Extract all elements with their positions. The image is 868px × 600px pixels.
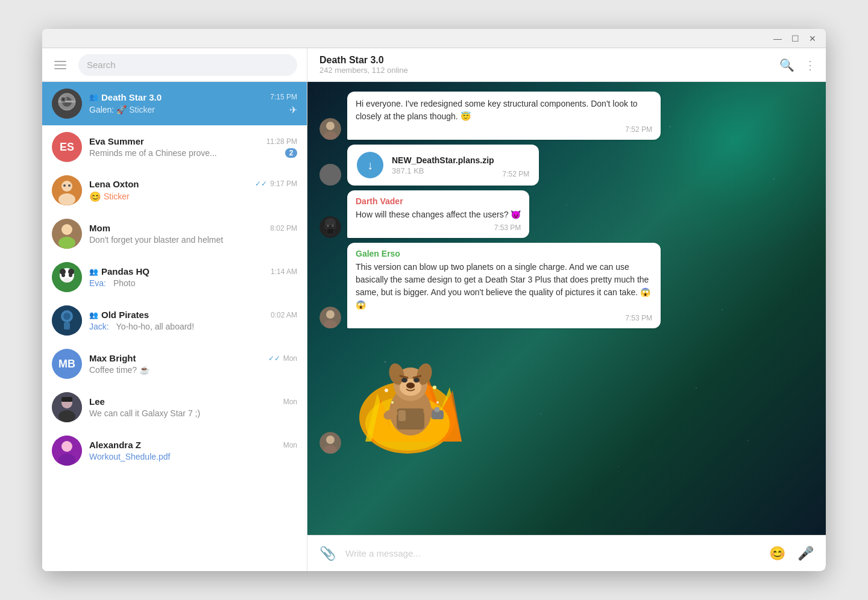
read-check-max: ✓✓: [268, 354, 280, 363]
svg-rect-37: [325, 225, 336, 228]
sender-name-galen: Galen Erso: [356, 249, 652, 258]
chat-info-max: Max Bright ✓✓ Mon Coffee time? ☕: [89, 353, 297, 375]
avatar-alexandra: [52, 436, 82, 466]
chat-subtitle: 242 members, 112 online: [319, 66, 772, 75]
chat-name-lee: Lee: [89, 396, 105, 407]
file-time: 7:52 PM: [503, 170, 530, 178]
chat-info-alexandra: Alexandra Z Mon Workout_Shedule.pdf: [89, 440, 297, 461]
chat-time-eva: 11:28 PM: [266, 137, 297, 146]
msg-avatar-4: [319, 307, 341, 328]
avatar-eva-summer: ES: [52, 132, 82, 162]
chat-time-death-star: 7:15 PM: [270, 93, 297, 101]
chat-item-pandas[interactable]: 👥 Pandas HQ 1:14 AM Eva: Photo: [42, 255, 307, 299]
svg-point-68: [436, 401, 439, 404]
chat-item-pirates[interactable]: 👥 Old Pirates 0:02 AM Jack: Yo-ho-ho, al…: [42, 299, 307, 342]
svg-rect-24: [64, 322, 70, 330]
download-button[interactable]: ↓: [357, 152, 383, 178]
chat-name-lena: Lena Oxton: [89, 179, 139, 189]
chat-list: 👥 Death Star 3.0 7:15 PM Galen: 🚀 Sticke…: [42, 82, 307, 571]
chat-info-pirates: 👥 Old Pirates 0:02 AM Jack: Yo-ho-ho, al…: [89, 310, 297, 331]
chat-time-lee: Mon: [283, 398, 297, 406]
menu-button[interactable]: [52, 58, 69, 72]
more-options-button[interactable]: ⋮: [804, 58, 816, 72]
attach-button[interactable]: 📎: [317, 543, 338, 564]
search-input[interactable]: [87, 60, 289, 70]
search-chat-button[interactable]: 🔍: [779, 58, 794, 72]
chat-preview-pirates: Jack: Yo-ho-ho, all aboard!: [89, 322, 297, 331]
chat-name-pirates: 👥 Old Pirates: [89, 310, 149, 320]
titlebar: — ☐ ✕: [42, 29, 826, 48]
svg-point-18: [61, 273, 65, 277]
chat-item-lee[interactable]: Lee Mon We can call it Galaxy Star 7 ;): [42, 386, 307, 429]
avatar-lena: [52, 175, 82, 205]
chat-name-alexandra: Alexandra Z: [89, 440, 141, 450]
minimize-button[interactable]: —: [771, 33, 784, 45]
titlebar-controls: — ☐ ✕: [771, 33, 819, 45]
svg-point-69: [391, 401, 394, 404]
svg-point-9: [63, 184, 66, 187]
svg-point-27: [58, 410, 75, 422]
message-input[interactable]: [345, 548, 760, 558]
app-window: — ☐ ✕: [42, 29, 826, 571]
chat-name-max: Max Bright: [89, 353, 136, 363]
chat-preview-alexandra: Workout_Shedule.pdf: [89, 452, 297, 461]
chat-info-eva-summer: Eva Summer 11:28 PM Reminds me of a Chin…: [89, 136, 297, 158]
chat-preview-lee: We can call it Galaxy Star 7 ;): [89, 408, 297, 418]
svg-rect-28: [61, 397, 72, 402]
svg-point-7: [61, 181, 72, 192]
svg-point-31: [58, 454, 75, 466]
chat-item-eva-summer[interactable]: ES Eva Summer 11:28 PM Reminds me of a C…: [42, 125, 307, 169]
messages-area: Hi everyone. I've redesigned some key st…: [307, 82, 826, 535]
svg-point-23: [63, 313, 71, 320]
message-row-3: Darth Vader How will these changes affec…: [319, 190, 814, 238]
svg-point-39: [327, 225, 329, 227]
chat-info-lena: Lena Oxton ✓✓ 9:17 PM 😊 Sticker: [89, 179, 297, 202]
close-button[interactable]: ✕: [807, 33, 819, 45]
chat-time-alexandra: Mon: [283, 441, 297, 449]
svg-point-12: [61, 224, 72, 235]
chat-preview-mom: Don't forget your blaster and helmet: [89, 235, 297, 245]
chat-info-death-star: 👥 Death Star 3.0 7:15 PM Galen: 🚀 Sticke…: [89, 92, 297, 116]
chat-item-max[interactable]: MB Max Bright ✓✓ Mon: [42, 342, 307, 386]
svg-rect-62: [398, 410, 406, 421]
group-icon-pirates: 👥: [89, 311, 98, 319]
voice-button[interactable]: 🎤: [795, 543, 816, 564]
sidebar-header: [42, 48, 307, 82]
svg-point-60: [406, 383, 415, 389]
svg-point-5: [62, 98, 64, 101]
message-time-4: 7:53 PM: [356, 314, 652, 322]
avatar-pirates: [52, 305, 82, 336]
avatar-mom: [52, 219, 82, 249]
maximize-button[interactable]: ☐: [789, 33, 802, 45]
svg-point-20: [63, 278, 71, 283]
input-area: 📎 😊 🎤: [307, 535, 826, 571]
chat-item-alexandra[interactable]: Alexandra Z Mon Workout_Shedule.pdf: [42, 429, 307, 472]
svg-point-33: [326, 122, 335, 130]
message-text-4: This version can blow up two planets on …: [356, 261, 652, 311]
chat-item-death-star[interactable]: 👥 Death Star 3.0 7:15 PM Galen: 🚀 Sticke…: [42, 82, 307, 125]
message-text-3: How will these changes affect the users?…: [356, 208, 521, 221]
svg-rect-38: [327, 228, 334, 234]
chat-header-info: Death Star 3.0 242 members, 112 online: [319, 55, 772, 75]
chat-title: Death Star 3.0: [319, 55, 772, 66]
svg-point-19: [69, 273, 72, 277]
chat-preview-eva: Reminds me of a Chinese prove... 2: [89, 148, 297, 158]
chat-time-pandas: 1:14 AM: [271, 267, 297, 276]
unread-badge-eva: 2: [285, 148, 297, 158]
msg-avatar-2: [319, 164, 341, 186]
header-actions: 🔍 ⋮: [779, 58, 816, 72]
chat-name-mom: Mom: [89, 223, 110, 233]
sticker-emoji: 🚀: [116, 105, 127, 114]
emoji-button[interactable]: 😊: [767, 543, 788, 564]
read-check-lena: ✓✓: [255, 180, 267, 188]
chat-item-mom[interactable]: Mom 8:02 PM Don't forget your blaster an…: [42, 212, 307, 255]
search-box: [78, 54, 297, 76]
group-icon: 👥: [89, 93, 98, 101]
chat-item-lena[interactable]: Lena Oxton ✓✓ 9:17 PM 😊 Sticker: [42, 169, 307, 212]
chat-info-pandas: 👥 Pandas HQ 1:14 AM Eva: Photo: [89, 266, 297, 288]
avatar-death-star: [52, 89, 82, 119]
chat-info-mom: Mom 8:02 PM Don't forget your blaster an…: [89, 223, 297, 245]
chat-preview-death-star: Galen: 🚀 Sticker ✈: [89, 104, 297, 116]
chat-time-mom: 8:02 PM: [270, 224, 297, 233]
pin-icon: ✈: [289, 104, 297, 116]
